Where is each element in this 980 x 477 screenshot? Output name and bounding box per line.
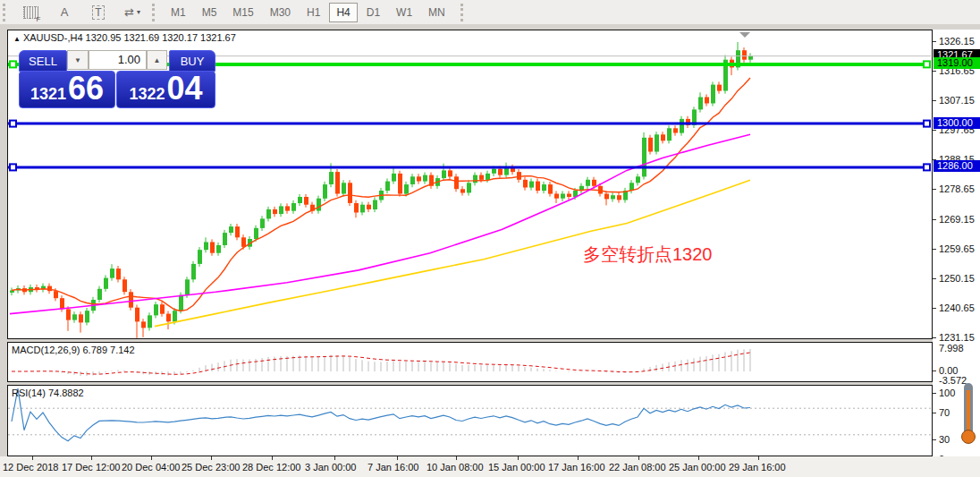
timeframe-button-m1[interactable]: M1 bbox=[164, 3, 193, 22]
time-tick bbox=[272, 456, 273, 460]
time-tick-label: 17 Dec 12:00 bbox=[62, 462, 120, 473]
buy-button[interactable]: BUY bbox=[169, 50, 215, 72]
text-label-tool-icon: A bbox=[61, 5, 69, 19]
axis-tick bbox=[933, 278, 936, 279]
axis-tick bbox=[933, 308, 936, 309]
terminal-window: FAT⇄▾ M1M5M15M30H1H4D1W1MN ▲XAUUSD-,H4 1… bbox=[0, 0, 980, 477]
drawing-tools[interactable]: ⇄▾ bbox=[117, 2, 148, 23]
price-tick-label: 1259.65 bbox=[939, 243, 975, 254]
volume-increase-button[interactable]: ▲ bbox=[147, 50, 167, 70]
price-tag: 1286.00 bbox=[934, 160, 980, 172]
timeframe-toolbar: M1M5M15M30H1H4D1W1MN bbox=[163, 3, 453, 22]
sell-price-integer: 1321 bbox=[30, 85, 66, 104]
time-tick-label: 22 Jan 08:00 bbox=[609, 462, 666, 473]
axis-tick bbox=[933, 189, 936, 190]
time-tick-label: 29 Jan 16:00 bbox=[729, 462, 786, 473]
line-handle bbox=[10, 121, 16, 127]
macd-label: MACD(12,26,9) 6.789 7.142 bbox=[12, 345, 135, 355]
time-tick-label: 25 Jan 00:00 bbox=[669, 462, 726, 473]
chart-title: ▲XAUUSD-,H4 1320.95 1321.69 1320.17 1321… bbox=[13, 32, 236, 43]
toolbar-grip[interactable] bbox=[460, 4, 466, 21]
toolbar-grip[interactable] bbox=[152, 4, 157, 21]
time-tick bbox=[91, 456, 92, 460]
axis-tick bbox=[933, 413, 936, 413]
rsi-line bbox=[12, 388, 750, 441]
chart-annotation: 多空转折点1320 bbox=[583, 243, 713, 267]
buy-price-box[interactable]: 1322 04 bbox=[116, 71, 215, 108]
axis-tick bbox=[933, 219, 936, 220]
time-axis[interactable]: 12 Dec 201817 Dec 12:0020 Dec 04:0025 De… bbox=[0, 456, 980, 477]
time-tick-label: 12 Dec 2018 bbox=[3, 462, 58, 473]
axis-tick bbox=[933, 439, 936, 440]
text-box-tool[interactable]: T bbox=[83, 2, 114, 23]
timeframe-button-h1[interactable]: H1 bbox=[300, 3, 327, 22]
chevron-down-icon: ▾ bbox=[137, 8, 140, 16]
main-chart-pane[interactable]: ▲XAUUSD-,H4 1320.95 1321.69 1320.17 1321… bbox=[7, 30, 933, 339]
time-tick-label: 17 Jan 16:00 bbox=[548, 462, 605, 473]
time-tick bbox=[758, 456, 759, 460]
symbol-period-label: XAUUSD-,H4 bbox=[23, 32, 83, 43]
price-tick-label: 1269.15 bbox=[939, 214, 975, 225]
ma-mid-line bbox=[10, 134, 750, 313]
timeframe-button-m5[interactable]: M5 bbox=[195, 3, 224, 22]
line-handle bbox=[10, 61, 16, 67]
price-tag: 1300.00 bbox=[934, 117, 980, 129]
time-tick bbox=[456, 456, 457, 460]
rsi-pane[interactable]: RSI(14) 74.8882 bbox=[7, 385, 933, 456]
sell-price-box[interactable]: 1321 66 bbox=[19, 71, 115, 108]
rsi-chart[interactable] bbox=[8, 386, 932, 456]
time-tick bbox=[578, 456, 579, 460]
macd-chart[interactable] bbox=[8, 343, 932, 381]
macd-pane[interactable]: MACD(12,26,9) 6.789 7.142 bbox=[7, 342, 933, 382]
line-handle bbox=[924, 164, 930, 170]
time-tick-label: 15 Jan 00:00 bbox=[488, 462, 545, 473]
price-tick-label: 1307.15 bbox=[939, 95, 975, 106]
axis-tick bbox=[933, 337, 936, 338]
axis-tick bbox=[933, 249, 936, 250]
drawing-toolbar: FAT⇄▾ bbox=[13, 2, 149, 23]
toolbar-grip[interactable] bbox=[3, 4, 8, 21]
price-tick-label: 1326.15 bbox=[939, 36, 975, 47]
rsi-label: RSI(14) 74.8882 bbox=[12, 388, 84, 398]
timeframe-button-w1[interactable]: W1 bbox=[389, 3, 419, 22]
time-tick-label: 25 Dec 23:00 bbox=[182, 462, 240, 473]
rsi-axis-label: 70 bbox=[939, 407, 950, 418]
time-tick bbox=[334, 456, 335, 460]
up-arrow-icon: ▲ bbox=[154, 56, 161, 64]
line-handle bbox=[924, 121, 930, 127]
volume-decrease-button[interactable]: ▼ bbox=[67, 50, 89, 70]
time-tick-label: 28 Dec 12:00 bbox=[242, 462, 300, 473]
text-label-tool[interactable]: A bbox=[49, 2, 80, 23]
fibo-grid-tool[interactable]: F bbox=[15, 2, 46, 23]
time-tick bbox=[32, 456, 33, 460]
timeframe-button-h4[interactable]: H4 bbox=[329, 3, 357, 22]
time-tick bbox=[211, 456, 212, 460]
volume-input[interactable]: 1.00 bbox=[89, 50, 147, 70]
price-tick-label: 1250.15 bbox=[939, 273, 975, 284]
timeframe-button-mn[interactable]: MN bbox=[421, 3, 452, 22]
toolbar: FAT⇄▾ M1M5M15M30H1H4D1W1MN bbox=[0, 0, 980, 25]
price-tick-label: 1231.15 bbox=[939, 332, 975, 343]
buy-price-pips: 04 bbox=[167, 72, 203, 106]
axis-tick bbox=[933, 41, 936, 42]
time-tick-label: 10 Jan 08:00 bbox=[427, 462, 484, 473]
axis-tick bbox=[933, 71, 936, 72]
time-tick bbox=[698, 456, 699, 460]
sell-price-pips: 66 bbox=[68, 72, 104, 106]
timeframe-button-d1[interactable]: D1 bbox=[359, 3, 387, 22]
time-tick-label: 3 Jan 00:00 bbox=[305, 462, 357, 473]
time-tick bbox=[397, 456, 398, 460]
price-tick-label: 1278.65 bbox=[939, 183, 975, 194]
line-handle bbox=[924, 61, 930, 67]
axis-tick bbox=[933, 130, 936, 131]
rsi-axis-label: 100 bbox=[939, 388, 955, 398]
thermometer-icon bbox=[960, 383, 976, 450]
sell-button[interactable]: SELL bbox=[19, 50, 67, 72]
price-tick-label: 1240.65 bbox=[939, 302, 975, 313]
fibo-grid-tool-icon: F bbox=[23, 6, 38, 19]
buy-price-integer: 1322 bbox=[129, 85, 165, 104]
timeframe-button-m15[interactable]: M15 bbox=[225, 3, 260, 22]
timeframe-button-m30[interactable]: M30 bbox=[263, 3, 298, 22]
time-tick-label: 7 Jan 16:00 bbox=[368, 462, 419, 473]
text-box-tool-icon: T bbox=[92, 5, 104, 20]
